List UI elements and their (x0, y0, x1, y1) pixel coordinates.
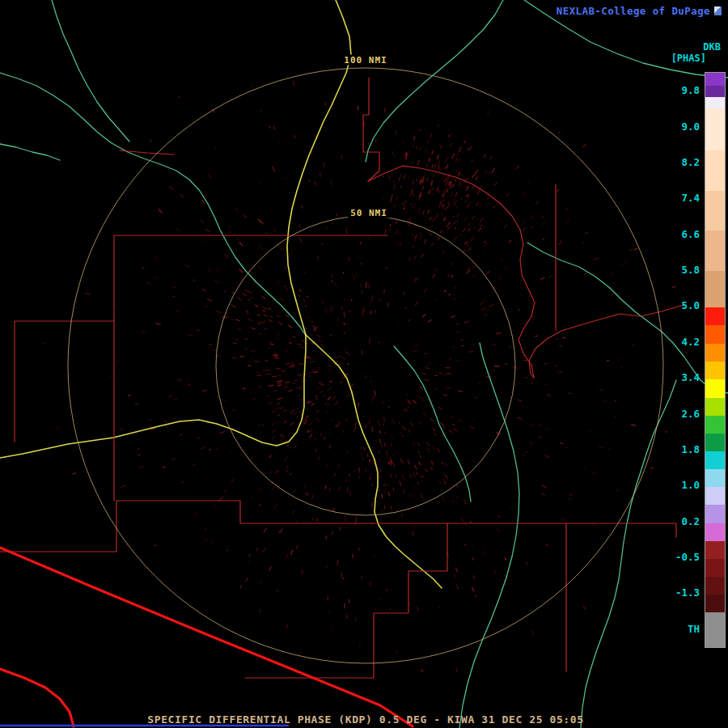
map-line-layer (0, 0, 728, 728)
colorbar-tick: 7.4 (681, 192, 700, 204)
colorbar-tick: 0.2 (681, 515, 700, 527)
county-red (566, 523, 676, 537)
colorbar-tick: 9.0 (681, 121, 700, 133)
colorbar-tick: -1.3 (675, 586, 700, 599)
colorbar-gradient (705, 73, 725, 647)
colorbar-tick: 3.4 (681, 371, 700, 383)
colorbar-tick: 2.6 (681, 408, 700, 420)
radar-echo-layer (42, 40, 688, 673)
range-rings (68, 68, 663, 663)
county-red (447, 523, 566, 671)
county-red (529, 305, 684, 378)
rivers-teal (0, 144, 60, 160)
county-red (368, 166, 535, 378)
range-ring-label-50nmi: 50 NMI (348, 208, 390, 218)
rivers-teal (366, 0, 503, 162)
status-bar: SPECIFIC DIFFERENTIAL PHASE (KDP) 0.5 DE… (147, 713, 583, 726)
rivers-teal (394, 346, 471, 502)
radar-display: 100 NMI 50 NMI NEXLAB-College of DuPage … (0, 0, 728, 728)
rivers-teal (459, 343, 519, 728)
colorbar-tick: 1.0 (681, 479, 700, 491)
rivers-teal (581, 380, 676, 728)
colorbar-tick: 5.8 (681, 264, 700, 276)
rivers-teal (0, 73, 306, 336)
border-red-thick (0, 669, 74, 726)
county-red (15, 321, 114, 442)
colorbar-tick: TH (688, 623, 700, 635)
colorbar-tick: 4.2 (681, 336, 700, 348)
attribution-text: NEXLAB-College of DuPage (557, 5, 710, 17)
county-red (245, 523, 447, 678)
highways-yellow (0, 335, 306, 458)
county-red (363, 78, 379, 181)
colorbar-unit-label: DKB (703, 41, 721, 53)
colorbar-tick: 9.8 (681, 84, 700, 96)
radar-map (0, 0, 728, 728)
colorbar-tick: 6.6 (681, 228, 700, 240)
range-ring-label-100nmi: 100 NMI (341, 55, 389, 66)
county-red (0, 501, 374, 552)
colorbar-tick: 5.0 (681, 299, 700, 311)
highways-yellow (287, 0, 351, 335)
colorbar-tick: -0.5 (675, 551, 700, 563)
colorbar-tick: 8.2 (681, 156, 700, 168)
rivers-teal (52, 0, 129, 142)
cod-logo-icon (714, 6, 722, 15)
colorbar-scale-label: [PHAS] (671, 53, 706, 64)
attribution: NEXLAB-College of DuPage (557, 5, 722, 17)
colorbar-tick: 1.8 (681, 443, 700, 455)
